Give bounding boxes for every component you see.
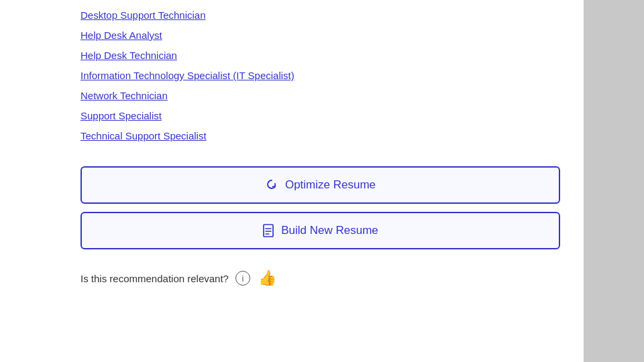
optimize-icon xyxy=(265,178,278,192)
list-item: Help Desk Technician xyxy=(80,46,564,66)
document-icon xyxy=(262,224,274,237)
job-link-network-technician[interactable]: Network Technician xyxy=(80,86,168,106)
build-new-resume-button[interactable]: Build New Resume xyxy=(80,212,560,249)
svg-rect-0 xyxy=(264,225,273,237)
build-new-resume-label: Build New Resume xyxy=(281,224,378,237)
list-item: Network Technician xyxy=(80,86,564,106)
list-item: Desktop Support Technician xyxy=(80,5,564,25)
optimize-resume-label: Optimize Resume xyxy=(285,178,376,192)
job-link-support-specialist[interactable]: Support Specialist xyxy=(80,106,162,126)
recommendation-question: Is this recommendation relevant? xyxy=(80,273,229,284)
button-section: Optimize Resume Build New Resume xyxy=(80,166,560,249)
recommendation-section: Is this recommendation relevant? i 👍 xyxy=(80,269,564,287)
thumbs-up-icon[interactable]: 👍 xyxy=(258,269,276,287)
sidebar-right xyxy=(584,0,644,362)
list-item: Technical Support Specialist xyxy=(80,126,564,146)
job-link-help-desk-technician[interactable]: Help Desk Technician xyxy=(80,46,177,66)
job-links-list: Desktop Support Technician Help Desk Ana… xyxy=(80,5,564,146)
job-link-technical-support-specialist[interactable]: Technical Support Specialist xyxy=(80,126,207,146)
job-link-desktop-support[interactable]: Desktop Support Technician xyxy=(80,5,206,25)
list-item: Information Technology Specialist (IT Sp… xyxy=(80,66,564,86)
info-icon[interactable]: i xyxy=(235,271,250,286)
list-item: Help Desk Analyst xyxy=(80,25,564,46)
job-link-help-desk-analyst[interactable]: Help Desk Analyst xyxy=(80,25,162,46)
optimize-resume-button[interactable]: Optimize Resume xyxy=(80,166,560,204)
job-link-it-specialist[interactable]: Information Technology Specialist (IT Sp… xyxy=(80,66,294,86)
list-item: Support Specialist xyxy=(80,106,564,126)
main-content: Desktop Support Technician Help Desk Ana… xyxy=(0,0,584,362)
